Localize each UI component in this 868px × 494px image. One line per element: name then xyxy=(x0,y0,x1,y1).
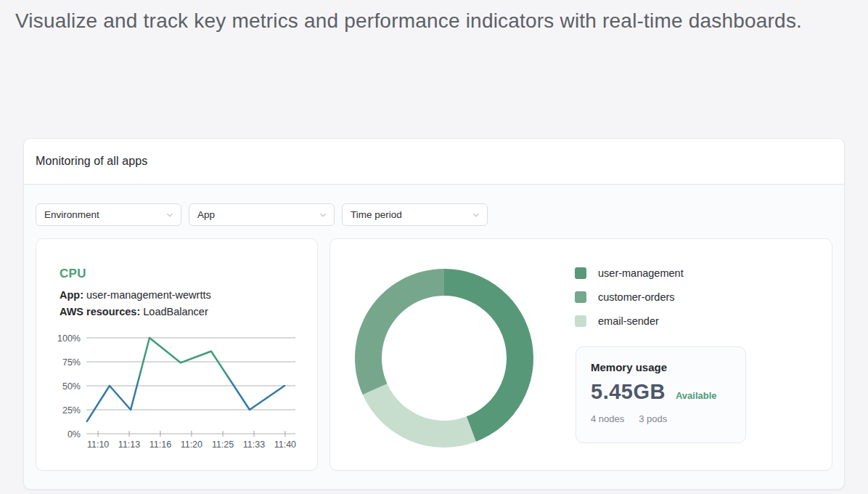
panel-header: Monitoring of all apps xyxy=(24,139,844,185)
svg-text:50%: 50% xyxy=(62,381,81,392)
cpu-app-line: App: user-management-wewrtts xyxy=(60,287,211,304)
svg-text:11:20: 11:20 xyxy=(181,440,202,450)
svg-text:75%: 75% xyxy=(62,357,81,368)
svg-text:11:40: 11:40 xyxy=(274,440,296,450)
cpu-app-value: user-management-wewrtts xyxy=(86,289,211,301)
chevron-down-icon xyxy=(319,211,327,219)
panel-title: Monitoring of all apps xyxy=(36,155,147,168)
environment-select[interactable]: Environment xyxy=(36,203,181,226)
memory-footer: 4 nodes 3 pods xyxy=(591,413,731,424)
page-heading: Visualize and track key metrics and perf… xyxy=(15,4,850,38)
svg-text:0%: 0% xyxy=(67,429,81,440)
legend-label: user-management xyxy=(598,267,684,279)
memory-usage-card: Memory usage 5.45GB Available 4 nodes 3 … xyxy=(576,347,746,443)
time-period-select-label: Time period xyxy=(351,209,402,220)
cpu-aws-value: LoadBalancer xyxy=(143,306,208,317)
svg-text:11:25: 11:25 xyxy=(212,440,234,450)
time-period-select[interactable]: Time period xyxy=(342,203,488,226)
memory-status-badge: Available xyxy=(676,390,717,401)
dashboard-cards-row: CPU App: user-management-wewrtts AWS res… xyxy=(24,226,844,471)
cpu-aws-label: AWS resources: xyxy=(60,306,140,317)
chevron-down-icon xyxy=(165,211,174,219)
legend-label: email-sender xyxy=(598,315,659,327)
pods-count: 3 pods xyxy=(639,413,667,424)
legend-label: customer-orders xyxy=(598,291,675,303)
memory-value-row: 5.45GB Available xyxy=(591,380,731,404)
legend-item-email-sender: email-sender xyxy=(575,315,684,327)
memory-donut-chart xyxy=(353,267,535,449)
app-select-label: App xyxy=(197,209,215,220)
legend-swatch xyxy=(575,267,586,279)
cpu-line-chart: 0%25%50%75%100%11:1011:1311:1611:2011:25… xyxy=(48,331,303,451)
memory-overview-card: user-management customer-orders email-se… xyxy=(329,238,832,471)
cpu-app-label: App: xyxy=(60,289,83,301)
monitoring-panel: Monitoring of all apps Environment App T… xyxy=(23,138,845,490)
legend-item-customer-orders: customer-orders xyxy=(575,291,684,303)
chevron-down-icon xyxy=(472,211,480,219)
donut-legend: user-management customer-orders email-se… xyxy=(575,267,684,327)
nodes-count: 4 nodes xyxy=(591,413,624,424)
legend-swatch xyxy=(575,291,586,303)
svg-text:100%: 100% xyxy=(57,333,81,344)
memory-usage-title: Memory usage xyxy=(591,361,731,373)
memory-value: 5.45GB xyxy=(591,380,666,404)
cpu-card-meta: App: user-management-wewrtts AWS resourc… xyxy=(60,287,211,320)
cpu-card-title: CPU xyxy=(60,267,86,281)
svg-text:25%: 25% xyxy=(62,405,81,416)
cpu-metric-card: CPU App: user-management-wewrtts AWS res… xyxy=(36,238,318,471)
legend-swatch xyxy=(575,315,586,327)
filter-bar: Environment App Time period xyxy=(24,185,844,226)
environment-select-label: Environment xyxy=(44,209,99,220)
app-select[interactable]: App xyxy=(189,203,335,226)
svg-text:11:10: 11:10 xyxy=(87,440,109,450)
legend-item-user-management: user-management xyxy=(575,267,684,279)
svg-text:11:16: 11:16 xyxy=(150,440,171,450)
svg-text:11:13: 11:13 xyxy=(118,440,140,450)
svg-text:11:33: 11:33 xyxy=(243,440,265,450)
cpu-aws-line: AWS resources: LoadBalancer xyxy=(60,304,211,320)
